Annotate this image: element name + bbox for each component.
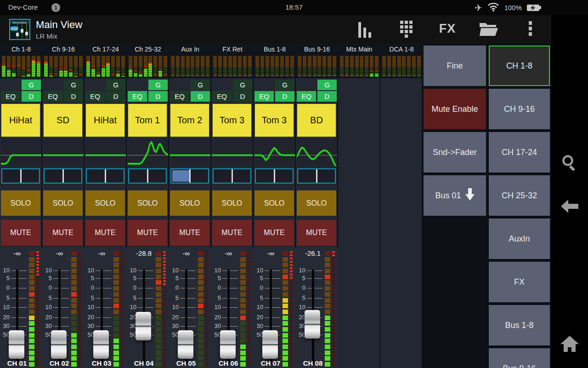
app-icon[interactable]: Mixing Station X32 xyxy=(9,19,30,42)
tab-ch-25-32[interactable]: Ch 25-32 xyxy=(127,44,169,55)
mute-button[interactable]: MUTE xyxy=(297,220,336,246)
dynamics-button[interactable]: D xyxy=(148,91,168,102)
gate-button[interactable]: G xyxy=(106,80,125,90)
eq-button[interactable]: EQ xyxy=(1,91,20,102)
mute-button[interactable]: MUTE xyxy=(254,220,294,246)
eq-curve-display[interactable] xyxy=(212,138,253,166)
solo-button[interactable]: SOLO xyxy=(1,190,40,216)
dynamics-button[interactable]: D xyxy=(275,91,294,102)
gate-button[interactable]: G xyxy=(233,80,252,90)
fader-cap[interactable] xyxy=(305,310,320,339)
bus-01-button[interactable]: Bus 01 xyxy=(424,175,486,216)
eq-curve-display[interactable] xyxy=(128,138,168,166)
fader-cap[interactable] xyxy=(51,330,67,359)
eq-curve-display[interactable] xyxy=(1,138,41,166)
eq-curve-display[interactable] xyxy=(170,138,210,166)
dynamics-button[interactable]: D xyxy=(64,91,83,102)
eq-curve-display[interactable] xyxy=(254,138,295,166)
eq-button[interactable]: EQ xyxy=(170,91,189,102)
gate-button[interactable]: G xyxy=(148,80,168,90)
solo-button[interactable]: SOLO xyxy=(212,190,252,216)
dynamics-button[interactable]: D xyxy=(317,91,337,102)
pan-slider[interactable] xyxy=(44,168,82,184)
fader-cap[interactable] xyxy=(9,330,24,359)
layer-auxin[interactable]: AuxIn xyxy=(489,218,550,259)
gate-button[interactable]: G xyxy=(275,80,294,90)
channel-name[interactable]: BD xyxy=(297,104,336,137)
dynamics-button[interactable]: D xyxy=(191,91,210,102)
mute-button[interactable]: MUTE xyxy=(170,220,209,246)
channel-name[interactable]: Tom 1 xyxy=(128,104,167,137)
layer-ch-25-32[interactable]: CH 25-32 xyxy=(489,175,550,216)
solo-button[interactable]: SOLO xyxy=(43,190,83,216)
pan-slider[interactable] xyxy=(213,168,251,184)
snd-fader-button[interactable]: Snd->Fader xyxy=(424,132,486,172)
mute-button[interactable]: MUTE xyxy=(85,220,125,246)
eq-curve-display[interactable] xyxy=(85,138,126,166)
tab-bus-9-16[interactable]: Bus 9-16 xyxy=(296,44,338,55)
solo-button[interactable]: SOLO xyxy=(128,190,167,216)
channel-name[interactable]: SD xyxy=(43,104,83,137)
gate-button[interactable]: G xyxy=(191,80,210,90)
tab-mtx-main[interactable]: Mtx Main xyxy=(338,44,380,55)
dialpad-button[interactable] xyxy=(397,19,415,40)
scenes-button[interactable] xyxy=(480,19,498,40)
fader-cap[interactable] xyxy=(178,330,193,359)
fine-button[interactable]: Fine xyxy=(424,46,486,86)
tab-dca-1-8[interactable]: DCA 1-8 xyxy=(380,44,423,55)
solo-button[interactable]: SOLO xyxy=(170,190,209,216)
tab-ch-1-8[interactable]: Ch 1-8 xyxy=(0,44,42,55)
meters-button[interactable] xyxy=(356,19,374,40)
fader-cap[interactable] xyxy=(136,312,151,340)
dynamics-button[interactable]: D xyxy=(22,91,41,102)
channel-name[interactable]: Tom 3 xyxy=(212,104,252,137)
pan-slider[interactable] xyxy=(128,168,167,184)
mute-button[interactable]: MUTE xyxy=(43,220,83,246)
layer-ch-1-8[interactable]: CH 1-8 xyxy=(489,46,550,86)
layer-ch-9-16[interactable]: CH 9-16 xyxy=(489,89,550,129)
layer-bus-9-16[interactable]: Bus 9-16 xyxy=(489,348,550,368)
mute-button[interactable]: MUTE xyxy=(212,220,252,246)
tab-fx-ret[interactable]: FX Ret xyxy=(211,44,254,55)
eq-curve-display[interactable] xyxy=(297,138,337,166)
eq-button[interactable]: EQ xyxy=(212,91,232,102)
mute-button[interactable]: MUTE xyxy=(128,220,167,246)
tab-ch-17-24[interactable]: Ch 17-24 xyxy=(85,44,127,55)
dynamics-button[interactable]: D xyxy=(233,91,252,102)
pan-slider[interactable] xyxy=(1,168,40,184)
search-icon[interactable] xyxy=(561,154,578,172)
eq-button[interactable]: EQ xyxy=(297,91,316,102)
gate-button[interactable]: G xyxy=(64,80,83,90)
eq-button[interactable]: EQ xyxy=(43,91,62,102)
eq-curve-display[interactable] xyxy=(43,138,84,166)
overflow-menu-button[interactable] xyxy=(521,19,539,40)
layer-fx[interactable]: FX xyxy=(489,262,550,302)
pan-slider[interactable] xyxy=(170,168,209,184)
solo-button[interactable]: SOLO xyxy=(297,190,336,216)
tab-bus-1-8[interactable]: Bus 1-8 xyxy=(254,44,296,55)
fader-cap[interactable] xyxy=(220,330,236,359)
fx-button[interactable]: FX xyxy=(438,19,457,40)
channel-name[interactable]: HiHat xyxy=(1,104,40,137)
gate-button[interactable]: G xyxy=(22,80,41,90)
channel-name[interactable]: HiHat xyxy=(85,104,125,137)
pan-slider[interactable] xyxy=(255,168,294,184)
eq-button[interactable]: EQ xyxy=(85,91,105,102)
fader-cap[interactable] xyxy=(262,330,278,359)
channel-name[interactable]: Tom 2 xyxy=(170,104,209,137)
dynamics-button[interactable]: D xyxy=(106,91,125,102)
back-icon[interactable] xyxy=(561,200,578,215)
pan-slider[interactable] xyxy=(297,168,336,184)
solo-button[interactable]: SOLO xyxy=(254,190,294,216)
layer-bus-1-8[interactable]: Bus 1-8 xyxy=(489,305,550,345)
layer-ch-17-24[interactable]: CH 17-24 xyxy=(489,132,550,172)
channel-name[interactable]: Tom 3 xyxy=(254,104,294,137)
gate-button[interactable]: G xyxy=(317,80,337,90)
mute-button[interactable]: MUTE xyxy=(1,220,40,246)
eq-button[interactable]: EQ xyxy=(254,91,274,102)
tab-ch-9-16[interactable]: Ch 9-16 xyxy=(42,44,85,55)
solo-button[interactable]: SOLO xyxy=(85,190,125,216)
fader-cap[interactable] xyxy=(93,330,109,359)
home-icon[interactable] xyxy=(560,336,579,354)
pan-slider[interactable] xyxy=(86,168,124,184)
